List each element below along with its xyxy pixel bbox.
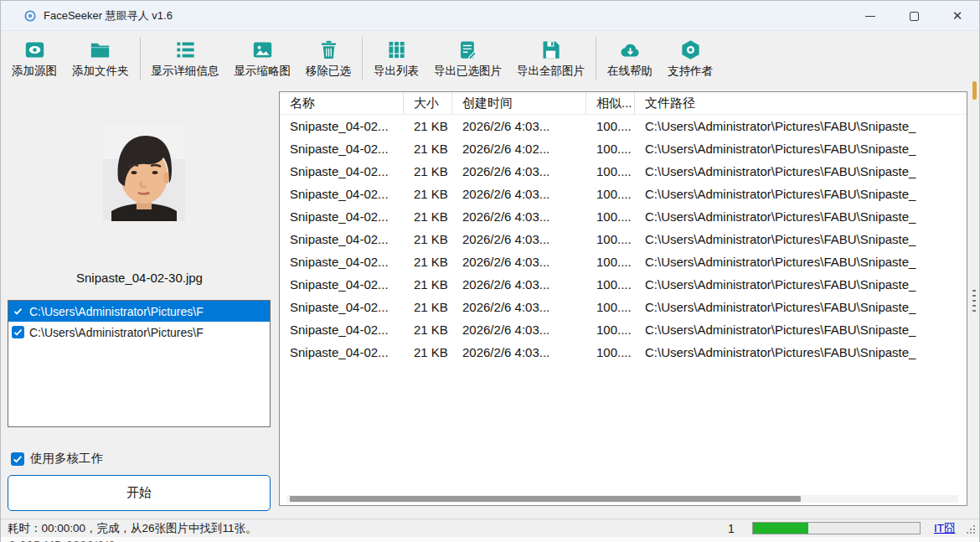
- folder-item[interactable]: C:\Users\Administrator\Pictures\F: [8, 301, 270, 322]
- cell-created: 2026/2/6 4:03...: [452, 345, 586, 359]
- folder-item[interactable]: C:\Users\Administrator\Pictures\F: [8, 322, 270, 343]
- cell-path: C:\Users\Administrator\Pictures\FABU\Sni…: [635, 164, 967, 178]
- cell-path: C:\Users\Administrator\Pictures\FABU\Sni…: [635, 142, 967, 156]
- support-author-icon: [679, 39, 702, 61]
- status-text: 耗时：00:00:00，完成，从26张图片中找到11张。: [8, 521, 257, 536]
- status-bar: 耗时：00:00:00，完成，从26张图片中找到11张。 1 IT囧: [1, 519, 979, 537]
- toolbar-export-selected[interactable]: 导出已选图片: [426, 34, 509, 83]
- cell-similarity: 100....: [586, 232, 635, 246]
- cell-similarity: 100....: [586, 142, 635, 156]
- toolbar: 添加源图 添加文件夹 显示详细信息 显示缩略图: [1, 32, 979, 85]
- progress-bar: [752, 522, 921, 534]
- horizontal-scrollbar[interactable]: [286, 495, 958, 503]
- maximize-button[interactable]: [892, 1, 936, 31]
- cell-name: Snipaste_04-02...: [280, 209, 404, 224]
- online-help-icon: [619, 39, 642, 61]
- toolbar-add-folder[interactable]: 添加文件夹: [64, 34, 137, 83]
- cell-size: 21 KB: [404, 232, 452, 246]
- toolbar-label: 移除已选: [306, 64, 351, 79]
- minimize-icon: [865, 16, 875, 17]
- toolbar-export-all[interactable]: 导出全部图片: [509, 34, 592, 83]
- source-filename: Snipaste_04-02-30.jpg: [1, 271, 278, 285]
- cell-name: Snipaste_04-02...: [280, 277, 404, 292]
- splitter-handle[interactable]: [972, 290, 976, 312]
- cell-size: 21 KB: [404, 345, 452, 359]
- table-row[interactable]: Snipaste_04-02... 21 KB 2026/2/6 4:03...…: [280, 250, 967, 273]
- cell-path: C:\Users\Administrator\Pictures\FABU\Sni…: [635, 119, 967, 133]
- checkbox-checked-icon[interactable]: [11, 452, 24, 466]
- author-link[interactable]: IT囧: [934, 521, 956, 536]
- column-header-created[interactable]: 创建时间: [452, 92, 586, 114]
- table-row[interactable]: Snipaste_04-02... 21 KB 2026/2/6 4:03...…: [280, 228, 967, 250]
- horizontal-scrollbar-thumb[interactable]: [290, 496, 801, 502]
- toolbar-show-details[interactable]: 显示详细信息: [144, 34, 227, 83]
- close-icon: ✕: [952, 8, 963, 23]
- cell-path: C:\Users\Administrator\Pictures\FABU\Sni…: [635, 209, 967, 224]
- cell-created: 2026/2/6 4:03...: [452, 300, 586, 314]
- table-row[interactable]: Snipaste_04-02... 21 KB 2026/2/6 4:03...…: [280, 183, 967, 205]
- table-row[interactable]: Snipaste_04-02... 21 KB 2026/2/6 4:03...…: [280, 160, 967, 183]
- toolbar-show-thumbnails[interactable]: 显示缩略图: [227, 34, 299, 83]
- start-button[interactable]: 开始: [8, 475, 271, 511]
- toolbar-label: 导出列表: [374, 64, 419, 79]
- table-row[interactable]: Snipaste_04-02... 21 KB 2026/2/6 4:03...…: [280, 296, 967, 318]
- toolbar-separator: [140, 37, 141, 80]
- results-table: 名称 大小 创建时间 相似... 文件路径 Snipaste_04-02... …: [279, 91, 967, 506]
- export-all-icon: [539, 39, 562, 61]
- cell-path: C:\Users\Administrator\Pictures\FABU\Sni…: [635, 187, 967, 201]
- maximize-icon: [910, 12, 919, 21]
- column-header-name[interactable]: 名称: [280, 92, 404, 114]
- table-row[interactable]: Snipaste_04-02... 21 KB 2026/2/6 4:02...…: [280, 137, 967, 160]
- cell-name: Snipaste_04-02...: [280, 232, 404, 246]
- cell-similarity: 100....: [586, 164, 635, 178]
- cell-path: C:\Users\Administrator\Pictures\FABU\Sni…: [635, 300, 967, 314]
- folder-list[interactable]: C:\Users\Administrator\Pictures\F C:\Use…: [8, 300, 271, 427]
- close-button[interactable]: ✕: [936, 1, 979, 31]
- table-row[interactable]: Snipaste_04-02... 21 KB 2026/2/6 4:03...…: [280, 205, 967, 228]
- app-window: FaceSeeker 慧眼寻人 v1.6 ✕ 添加源图 添加文件夹: [0, 0, 980, 542]
- cell-name: Snipaste_04-02...: [280, 164, 404, 178]
- folder-path: C:\Users\Administrator\Pictures\F: [29, 305, 204, 318]
- cell-created: 2026/2/6 4:03...: [452, 209, 586, 224]
- table-row[interactable]: Snipaste_04-02... 21 KB 2026/2/6 4:03...…: [280, 273, 967, 296]
- column-header-path[interactable]: 文件路径: [635, 92, 967, 114]
- cell-created: 2026/2/6 4:02...: [452, 142, 586, 156]
- cell-name: Snipaste_04-02...: [280, 300, 404, 314]
- cell-size: 21 KB: [404, 255, 452, 269]
- cell-similarity: 100....: [586, 277, 635, 292]
- toolbar-label: 添加文件夹: [72, 64, 129, 79]
- cell-path: C:\Users\Administrator\Pictures\FABU\Sni…: [635, 323, 967, 337]
- toolbar-support-author[interactable]: 支持作者: [660, 34, 720, 83]
- cell-name: Snipaste_04-02...: [280, 255, 404, 269]
- toolbar-add-source-image[interactable]: 添加源图: [4, 34, 64, 83]
- multicore-checkbox-row[interactable]: 使用多核工作: [11, 451, 103, 467]
- column-header-size[interactable]: 大小: [404, 92, 452, 114]
- export-list-icon: [385, 39, 408, 61]
- table-row[interactable]: Snipaste_04-02... 21 KB 2026/2/6 4:03...…: [280, 115, 967, 137]
- minimize-button[interactable]: [848, 1, 892, 31]
- resize-grip[interactable]: [965, 524, 977, 535]
- column-header-similarity[interactable]: 相似...: [586, 92, 635, 114]
- toolbar-remove-selected[interactable]: 移除已选: [298, 34, 358, 83]
- title-bar: FaceSeeker 慧眼寻人 v1.6 ✕: [1, 1, 979, 31]
- toolbar-label: 导出已选图片: [434, 64, 502, 79]
- checkbox-checked-icon[interactable]: [12, 326, 24, 338]
- checkbox-checked-icon[interactable]: [12, 305, 24, 317]
- table-row[interactable]: Snipaste_04-02... 21 KB 2026/2/6 4:03...…: [280, 341, 967, 364]
- cell-similarity: 100....: [586, 119, 635, 133]
- details-list-icon: [174, 39, 197, 61]
- cell-name: Snipaste_04-02...: [280, 345, 404, 359]
- cell-created: 2026/2/6 4:03...: [452, 323, 586, 337]
- cell-size: 21 KB: [404, 119, 452, 133]
- toolbar-label: 显示缩略图: [235, 64, 291, 79]
- folder-path: C:\Users\Administrator\Pictures\F: [29, 326, 204, 339]
- toolbar-label: 导出全部图片: [517, 64, 585, 79]
- app-logo-icon: [24, 10, 36, 22]
- vertical-scrollbar-thumb[interactable]: [972, 81, 977, 100]
- toolbar-export-list[interactable]: 导出列表: [366, 34, 426, 83]
- table-header: 名称 大小 创建时间 相似... 文件路径: [280, 92, 967, 115]
- cell-created: 2026/2/6 4:03...: [452, 164, 586, 178]
- add-folder-icon: [89, 39, 111, 61]
- toolbar-online-help[interactable]: 在线帮助: [600, 34, 660, 83]
- table-row[interactable]: Snipaste_04-02... 21 KB 2026/2/6 4:03...…: [280, 318, 967, 341]
